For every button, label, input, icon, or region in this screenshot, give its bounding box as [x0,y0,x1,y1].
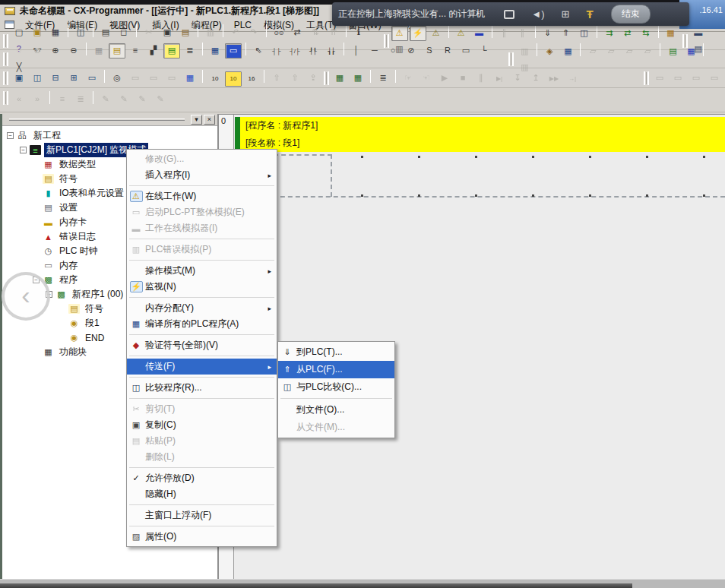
compile-icon[interactable]: ◈ [541,44,558,59]
tile-vertical-icon[interactable]: ⊞ [65,70,82,85]
sub-from-file[interactable]: 从文件(M)... [278,419,394,436]
paste-special-icon[interactable]: ▥ [202,24,219,40]
stop-icon[interactable]: ■ [454,70,471,85]
step-in-icon[interactable]: ↧ [509,70,526,85]
new-closed-coil-icon[interactable]: ⊘ [403,43,419,58]
undo-icon[interactable]: ↶ [227,24,244,40]
program-name-row[interactable]: [程序名 : 新程序1] [235,117,725,134]
zoom-region-icon[interactable]: ⊘ [29,43,46,58]
ctx-compare-program[interactable]: ◫比较程序(R)... [127,380,277,396]
ctx-hide[interactable]: 隐藏(H) [127,486,277,502]
tile-horizontal-icon[interactable]: ⊟ [47,70,64,85]
ctx-verify-symbols-all[interactable]: ◆验证符号(全部)(V) [127,337,277,353]
ladder-view-icon[interactable]: ▤ [163,43,180,58]
ctx-work-online-simulator[interactable]: ▬工作在线模拟器(I) [127,220,277,236]
find-symbol-icon[interactable]: ◎ [109,70,125,85]
panel-close-button[interactable]: × [204,115,215,125]
open-file-icon[interactable]: ▣ [29,24,46,40]
scan-to-end-icon[interactable]: →| [564,71,581,87]
online-edit-send-icon[interactable]: ▦ [682,44,699,59]
online-work-icon[interactable]: ⚠ [391,26,408,41]
download-to-plc-icon[interactable]: ⇓ [540,26,556,41]
bottom-scroll-hint[interactable] [0,583,632,588]
toolbar-grip[interactable] [508,52,514,66]
transfer-io-icon[interactable]: ⇆ [638,26,654,41]
end-session-button[interactable]: 结束 [611,5,651,24]
tree-item-label[interactable]: END [83,332,106,344]
new-contact-icon[interactable]: ┤├ [268,44,285,59]
redo-icon[interactable]: ↷ [245,24,262,40]
ctx-allow-docking[interactable]: ✓允许停放(D) [127,470,277,486]
tree-item-label[interactable]: 符号 [57,172,80,186]
watch-window-icon[interactable]: ▦ [207,43,223,58]
arrange-icons-icon[interactable]: ▭ [84,70,100,85]
transfer-program-icon[interactable]: ⇉ [601,26,618,41]
save-icon[interactable]: ▦ [47,24,64,40]
ctx-float-on-main-window[interactable]: 主窗口上浮动(F) [127,507,277,523]
back-overlay-button[interactable]: ‹ [2,272,50,321]
force-set-icon[interactable]: ▦ [350,70,366,85]
data-trace-icon[interactable]: ▦ [182,70,198,85]
cascade-windows-icon[interactable]: ◫ [29,70,46,85]
new-window-icon[interactable]: ▣ [11,70,27,85]
paste-icon[interactable]: ▤ [177,24,194,40]
toolbar-grip[interactable] [3,34,8,48]
run-icon[interactable]: ▶ [436,70,453,85]
online-simulator-icon[interactable]: ▬ [471,26,488,41]
style-pen-c-icon[interactable]: ✎ [134,92,150,107]
io-table-icon[interactable]: ▦ [663,26,679,41]
online-edit-icon[interactable]: ▤ [664,44,681,59]
compile-all-plc-icon[interactable]: ▦ [559,44,576,59]
mini-tool-b-icon[interactable]: ▭ [670,71,686,86]
rung-annotation-icon[interactable]: ≣ [72,92,89,107]
indent-icon[interactable]: » [29,92,46,107]
grid-icon[interactable]: ▦ [90,43,107,58]
sub-compare-with-plc[interactable]: ◫与PLC比较(C)... [278,378,394,396]
step-run-icon[interactable]: ▶| [491,71,508,87]
sub-to-plc[interactable]: ⇓到PLC(T)... [278,343,394,361]
ctx-memory-allocation[interactable]: 内存分配(Y)▸ [127,300,277,316]
set-value-icon[interactable]: ▦ [331,70,348,85]
ctx-compile-all-plc-programs[interactable]: ▦编译所有的PLC程序(A) [127,316,277,332]
vertical-line-icon[interactable]: │ [348,43,365,58]
mini-tool-d-icon[interactable]: ▭ [706,71,723,86]
zoom-out-icon[interactable]: ⊖ [65,43,82,58]
ctx-operating-mode[interactable]: 操作模式(M)▸ [127,263,277,279]
ctx-delete[interactable]: 删除(L) [127,449,277,465]
toolbar-grip[interactable] [324,71,329,85]
rung-comment-icon[interactable]: ≡ [54,92,71,107]
compare-with-plc-icon[interactable]: ◫ [576,26,593,41]
tree-item-label[interactable]: 程序 [57,273,80,287]
address-reference-icon[interactable]: ▭ [127,70,144,85]
copy-icon[interactable]: ▣ [159,24,176,40]
program-check-b-icon[interactable]: ▱ [603,44,619,59]
ctx-plc-error-simulation[interactable]: ▥PLC错误模拟(P) [127,242,277,258]
window-toggle-icon[interactable]: ⊞ [562,9,570,19]
pin-tool-icon[interactable]: Ŧ [586,8,593,20]
ctx-monitor[interactable]: ⚡监视(N) [127,279,277,295]
online-monitor-icon[interactable]: ⚠ [428,26,445,41]
new-coil-icon[interactable]: ○ [385,43,401,58]
ctx-copy[interactable]: ▣复制(C) [127,417,277,433]
monitor-window-icon[interactable]: ▭ [225,43,242,58]
monitor-signed-decimal-icon[interactable]: 10 [225,71,242,87]
new-set-icon[interactable]: S [421,43,438,58]
sub-from-plc[interactable]: ⇑从PLC(F)... [278,361,394,378]
tree-item-label[interactable]: 符号 [83,302,106,316]
mini-tool-a-icon[interactable]: ▭ [651,71,668,86]
ctx-transfer[interactable]: 传送(F)▸ [127,359,277,375]
tree-item-label[interactable]: 设置 [57,201,80,215]
zoom-normal-icon[interactable]: ◌ [11,43,27,58]
program-check-a-icon[interactable]: ▱ [584,44,601,59]
toolbar-grip[interactable] [644,71,649,85]
line-connect-icon[interactable]: └ [476,43,492,58]
mdi-child-icon[interactable] [5,21,14,29]
tree-expand-project-root[interactable]: − [7,132,14,139]
about-icon[interactable]: ℹ [350,24,367,40]
tree-item-label[interactable]: 错误日志 [57,229,98,244]
new-or-contact-icon[interactable]: ┦┞ [305,44,321,59]
panel-menu-button[interactable]: ▾ [191,115,202,125]
symbols-window-icon[interactable]: ▤ [109,43,125,58]
pause-icon[interactable]: ∥ [514,26,531,41]
upload-from-plc-icon[interactable]: ⇑ [558,26,575,41]
